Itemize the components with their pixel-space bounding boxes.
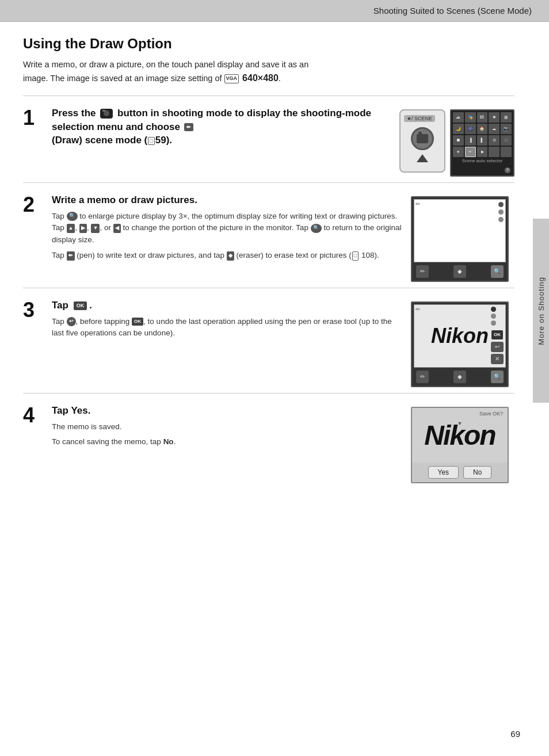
step-2: 2 Write a memo or draw pictures. Tap 🔍 t… <box>23 183 514 288</box>
step-3-content-area: Tap OK. Tap ↩, before tapping OK, to und… <box>52 299 514 387</box>
eraser-tool-btn[interactable]: ◆ <box>453 265 466 278</box>
nikon-eraser-btn[interactable]: ◆ <box>453 371 466 383</box>
step-4-left: Tap Yes. The memo is saved. To cancel sa… <box>52 404 405 483</box>
nikon-dot-1 <box>491 307 496 312</box>
intro-period: . <box>279 74 281 83</box>
dot-1 <box>498 202 504 207</box>
intro-line1: Write a memo, or draw a picture, on the … <box>23 60 308 69</box>
scene-cell: 🎭 <box>465 112 476 123</box>
step-1-heading: Press the button in shooting mode to dis… <box>52 106 399 147</box>
step-3-body: Tap ↩, before tapping OK, to undo the la… <box>52 316 405 340</box>
step4-line2-pre: To cancel saving the memo, tap <box>52 437 161 446</box>
draw-interface: ✏ ✏ ◆ 🔍 <box>411 196 509 282</box>
scene-row-1: ⛰ 🎭 🖼 ✱ ▦ <box>453 112 512 123</box>
side-tab: More on Shooting <box>533 219 549 403</box>
step-3: 3 Tap OK. Tap ↩, before tapping OK, to u… <box>23 288 514 394</box>
yes-button[interactable]: Yes <box>428 466 459 479</box>
scene-row-2: 🌙 🎆 🏠 ☁ 📷 <box>453 124 512 134</box>
ok-icon-inline: OK <box>73 301 88 311</box>
step-4-heading: Tap Yes. <box>52 404 405 418</box>
step-2-number: 2 <box>23 194 52 215</box>
scene-cell <box>489 147 500 157</box>
step4-heading-pre: Tap <box>52 405 68 416</box>
dot-2 <box>498 209 504 215</box>
scene-cell-draw: ✏ <box>465 147 476 157</box>
nikon-interface-wrapper: ✏ Nikon OK ↩ <box>411 301 509 387</box>
undo-button-nikon[interactable]: ↩ <box>491 342 504 352</box>
step-4-body: The memo is saved. To cancel saving the … <box>52 421 405 449</box>
step3-heading-post: . <box>89 300 92 311</box>
scene-cell: ✱ <box>489 112 500 123</box>
side-tab-label: More on Shooting <box>537 277 546 345</box>
scene-cell: ▐ <box>465 135 476 146</box>
ok-small-icon: OK <box>132 318 143 326</box>
scene-cell: 🏠 <box>477 124 488 134</box>
step-4-right: Save OK? ▼ Nikon Yes No <box>405 404 514 483</box>
step-2-left: Write a memo or draw pictures. Tap 🔍 to … <box>52 193 405 282</box>
scene-cell: 📷 <box>501 124 512 134</box>
pen-icon: ✏ <box>67 251 75 261</box>
nikon-drawn-text: Nikon <box>431 324 489 348</box>
header-title: Shooting Suited to Scenes (Scene Mode) <box>373 6 532 16</box>
draw-tools-bar: ✏ ◆ 🔍 <box>414 264 506 279</box>
step-1-right: ★/ SCENE <box>399 106 514 177</box>
zoom-icon: 🔍 <box>67 212 78 221</box>
vga-icon: VGA <box>224 74 239 83</box>
save-ok-label: Save OK? <box>479 411 503 417</box>
step1-line3-post: ) scene mode ( <box>79 135 147 146</box>
save-dialog-image: Save OK? ▼ Nikon Yes No <box>411 407 509 483</box>
scene-cell: ▌ <box>477 135 488 146</box>
nikon-zoom-btn[interactable]: 🔍 <box>491 371 504 383</box>
step-1: 1 Press the button in shooting mode to d… <box>23 96 514 183</box>
scene-cell: 🖼 <box>477 112 488 123</box>
page-number: 69 <box>510 729 520 739</box>
scene-cell: ☁ <box>489 124 500 134</box>
page-header: Shooting Suited to Scenes (Scene Mode) <box>0 0 549 22</box>
intro-line2: image. The image is saved at an image si… <box>23 74 222 83</box>
zoom-tool-btn[interactable]: 🔍 <box>491 265 504 278</box>
nikon-dot-3 <box>491 320 496 326</box>
step-3-number: 3 <box>23 300 52 320</box>
scene-cell: ▦ <box>501 112 512 123</box>
nikon-pen-btn[interactable]: ✏ <box>416 371 429 383</box>
right-icon: ▶ <box>79 224 87 233</box>
scene-cell: ▶ <box>477 147 488 157</box>
step4-no-bold: No <box>163 437 174 446</box>
step4-heading-post: . <box>88 405 91 416</box>
step-1-number: 1 <box>23 108 52 128</box>
main-content: Using the Draw Option Write a memo, or d… <box>0 22 549 506</box>
close-button-nikon[interactable]: ✕ <box>491 354 504 364</box>
step4-line2-post: . <box>174 437 176 446</box>
cam-btn-image: ★/ SCENE <box>399 109 445 173</box>
ok-button-nikon[interactable]: OK <box>491 330 504 340</box>
draw-icon-inline: ✏ <box>184 123 193 132</box>
step-1-content-area: Press the button in shooting mode to dis… <box>52 106 514 177</box>
step-3-heading: Tap OK. <box>52 299 405 312</box>
draw-top-pen-icon: ✏ <box>415 201 420 207</box>
save-nikon-bg: Save OK? ▼ Nikon <box>412 408 508 463</box>
nikon-interface: ✏ Nikon OK ↩ <box>411 301 509 387</box>
scene-cell: 🎆 <box>465 124 476 134</box>
step1-page-ref: □ <box>148 137 154 146</box>
intro-paragraph: Write a memo, or draw a picture, on the … <box>23 59 514 85</box>
scene-cell: 🌙 <box>453 124 464 134</box>
scene-row-3: 🔲 ▐ ▌ ⚙ □ <box>453 135 512 146</box>
step-2-body: Tap 🔍 to enlarge picture display by 3×, … <box>52 211 405 262</box>
scene-cell: ★ <box>453 147 464 157</box>
pen-tool-btn[interactable]: ✏ <box>416 265 429 278</box>
scene-auto-label: Scene auto selector <box>453 158 512 163</box>
nikon-canvas: ✏ Nikon OK ↩ <box>414 304 506 368</box>
nikon-right-btns: OK ↩ ✕ <box>491 307 504 364</box>
scene-cell: □ <box>501 135 512 146</box>
scene-grid-image: ⛰ 🎭 🖼 ✱ ▦ 🌙 🎆 🏠 ☁ 📷 <box>450 109 514 177</box>
nikon-top-icon: ✏ <box>415 306 420 312</box>
draw-canvas: ✏ <box>414 199 506 262</box>
step-2-content-area: Write a memo or draw pictures. Tap 🔍 to … <box>52 193 514 282</box>
step-3-right: ✏ Nikon OK ↩ <box>405 299 514 387</box>
eraser-icon: ◆ <box>227 251 234 261</box>
no-button[interactable]: No <box>463 466 491 479</box>
scene-cell: ⚙ <box>489 135 500 146</box>
up-icon: ▲ <box>67 224 75 233</box>
help-icon: ? <box>505 167 510 173</box>
draw-right-dots <box>498 202 504 222</box>
